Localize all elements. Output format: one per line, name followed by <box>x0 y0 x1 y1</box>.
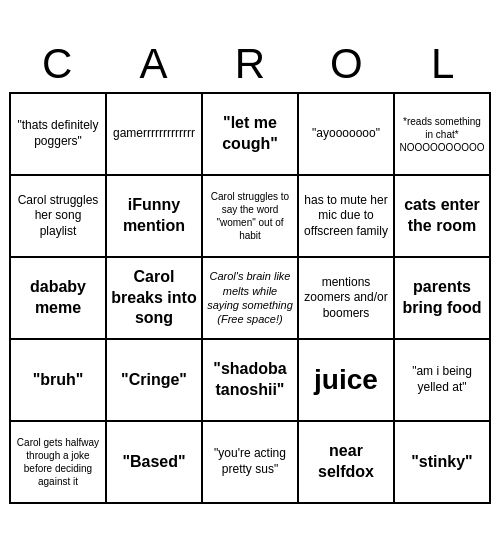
cell-text-19: "am i being yelled at" <box>399 364 485 395</box>
bingo-cell-12: Carol's brain like melts while saying so… <box>203 258 299 340</box>
cell-text-2: "let me cough" <box>207 113 293 155</box>
cell-text-16: "Cringe" <box>111 370 197 391</box>
cell-text-24: "stinky" <box>399 452 485 473</box>
cell-text-20: Carol gets halfway through a joke before… <box>15 436 101 488</box>
bingo-cell-22: "you're acting pretty sus" <box>203 422 299 504</box>
cell-text-5: Carol struggles her song playlist <box>15 193 101 240</box>
cell-text-13: mentions zoomers and/or boomers <box>303 275 389 322</box>
bingo-cell-11: Carol breaks into song <box>107 258 203 340</box>
bingo-cell-17: "shadoba tanoshii" <box>203 340 299 422</box>
bingo-cell-21: "Based" <box>107 422 203 504</box>
cell-text-0: "thats definitely poggers" <box>15 118 101 149</box>
cell-text-18: juice <box>303 362 389 398</box>
bingo-cell-20: Carol gets halfway through a joke before… <box>11 422 107 504</box>
cell-text-10: dababy meme <box>15 277 101 319</box>
bingo-cell-2: "let me cough" <box>203 94 299 176</box>
cell-text-3: "ayooooooo" <box>303 126 389 142</box>
cell-text-7: Carol struggles to say the word "women" … <box>207 190 293 242</box>
bingo-cell-23: near selfdox <box>299 422 395 504</box>
bingo-cell-10: dababy meme <box>11 258 107 340</box>
bingo-cell-16: "Cringe" <box>107 340 203 422</box>
bingo-card: CAROL "thats definitely poggers"gamerrrr… <box>5 36 495 508</box>
bingo-cell-3: "ayooooooo" <box>299 94 395 176</box>
cell-text-4: *reads something in chat* NOOOOOOOOOO <box>399 115 485 154</box>
bingo-title: CAROL <box>9 40 491 88</box>
title-letter-l: L <box>398 40 488 88</box>
bingo-cell-19: "am i being yelled at" <box>395 340 491 422</box>
bingo-cell-13: mentions zoomers and/or boomers <box>299 258 395 340</box>
cell-text-14: parents bring food <box>399 277 485 319</box>
bingo-cell-4: *reads something in chat* NOOOOOOOOOO <box>395 94 491 176</box>
cell-text-15: "bruh" <box>15 370 101 391</box>
bingo-cell-18: juice <box>299 340 395 422</box>
cell-text-9: cats enter the room <box>399 195 485 237</box>
title-letter-o: O <box>301 40 391 88</box>
cell-text-12: Carol's brain like melts while saying so… <box>207 269 293 326</box>
bingo-cell-6: iFunny mention <box>107 176 203 258</box>
bingo-cell-5: Carol struggles her song playlist <box>11 176 107 258</box>
title-letter-r: R <box>205 40 295 88</box>
title-letter-c: C <box>12 40 102 88</box>
bingo-cell-14: parents bring food <box>395 258 491 340</box>
bingo-cell-0: "thats definitely poggers" <box>11 94 107 176</box>
bingo-cell-15: "bruh" <box>11 340 107 422</box>
cell-text-1: gamerrrrrrrrrrrrr <box>111 126 197 142</box>
cell-text-22: "you're acting pretty sus" <box>207 446 293 477</box>
cell-text-8: has to mute her mic due to offscreen fam… <box>303 193 389 240</box>
title-letter-a: A <box>109 40 199 88</box>
bingo-cell-24: "stinky" <box>395 422 491 504</box>
bingo-cell-7: Carol struggles to say the word "women" … <box>203 176 299 258</box>
bingo-cell-8: has to mute her mic due to offscreen fam… <box>299 176 395 258</box>
bingo-grid: "thats definitely poggers"gamerrrrrrrrrr… <box>9 92 491 504</box>
cell-text-23: near selfdox <box>303 441 389 483</box>
cell-text-11: Carol breaks into song <box>111 267 197 329</box>
cell-text-21: "Based" <box>111 452 197 473</box>
bingo-cell-9: cats enter the room <box>395 176 491 258</box>
cell-text-17: "shadoba tanoshii" <box>207 359 293 401</box>
cell-text-6: iFunny mention <box>111 195 197 237</box>
bingo-cell-1: gamerrrrrrrrrrrrr <box>107 94 203 176</box>
